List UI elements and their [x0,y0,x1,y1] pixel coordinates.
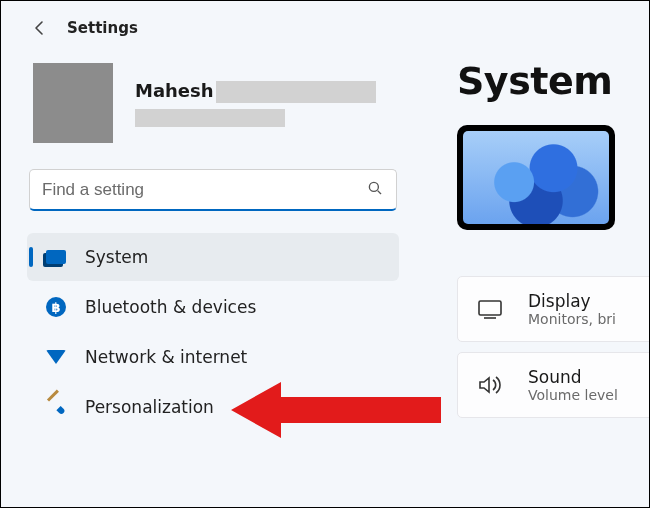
redacted-name [216,81,376,103]
sidebar-item-bluetooth[interactable]: ฿ Bluetooth & devices [27,283,399,331]
search-box[interactable] [29,169,397,211]
page-title: System [457,59,649,103]
svg-line-1 [378,190,381,193]
sidebar-item-label: System [85,247,148,267]
tile-subtitle: Volume level [528,387,618,403]
search-icon [366,179,384,201]
sidebar-item-personalization[interactable]: Personalization [27,383,399,431]
brush-icon [45,396,67,418]
tile-sound[interactable]: Sound Volume level [457,352,649,418]
account-name: Mahesh [135,80,376,103]
back-button[interactable] [31,19,49,37]
svg-rect-2 [479,301,501,315]
sidebar-item-system[interactable]: System [27,233,399,281]
system-icon [45,246,67,268]
device-preview[interactable] [457,125,615,230]
sidebar-item-label: Personalization [85,397,214,417]
display-icon [476,298,504,320]
app-title: Settings [67,19,138,37]
wifi-icon [45,346,67,368]
account-block[interactable]: Mahesh [23,59,403,163]
back-arrow-icon [32,20,48,36]
tile-title: Sound [528,367,618,387]
sidebar-item-label: Network & internet [85,347,247,367]
sidebar-item-network[interactable]: Network & internet [27,333,399,381]
sidebar-nav: System ฿ Bluetooth & devices Network & i… [23,233,403,431]
sidebar-item-label: Bluetooth & devices [85,297,256,317]
sound-icon [476,374,504,396]
tile-display[interactable]: Display Monitors, bri [457,276,649,342]
avatar [33,63,113,143]
svg-point-0 [369,182,378,191]
redacted-email [135,109,285,127]
search-input[interactable] [42,180,366,200]
tile-subtitle: Monitors, bri [528,311,616,327]
tile-title: Display [528,291,616,311]
bluetooth-icon: ฿ [45,296,67,318]
wallpaper-thumbnail [463,131,609,224]
account-name-text: Mahesh [135,80,214,101]
